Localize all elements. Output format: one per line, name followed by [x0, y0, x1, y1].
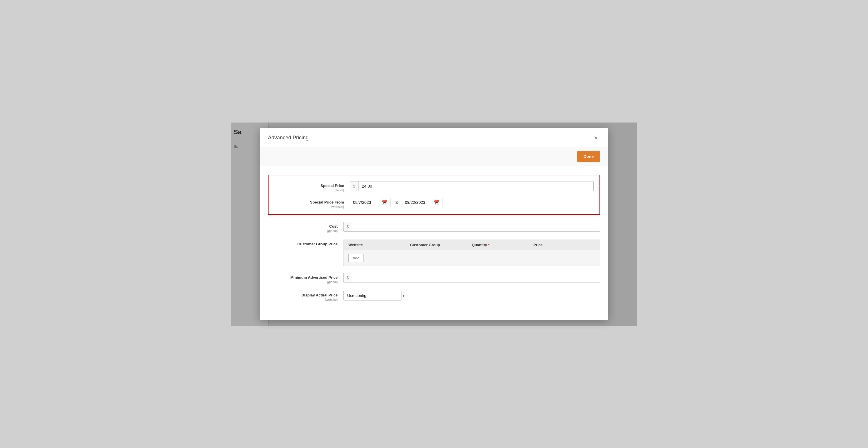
modal-title: Advanced Pricing — [268, 135, 309, 141]
to-date-wrap: 📅 — [402, 198, 442, 207]
special-price-scope: [global] — [274, 188, 344, 192]
cg-table-body: Add — [344, 250, 600, 266]
cost-input[interactable] — [352, 222, 600, 231]
map-scope: [global] — [268, 280, 338, 283]
done-button[interactable]: Done — [577, 151, 600, 162]
customer-group-label: Customer Group Price — [268, 242, 338, 246]
map-row: Minimum Advertised Price [global] $ — [268, 273, 600, 283]
display-actual-price-label-col: Display Actual Price [website] — [268, 291, 343, 301]
date-range-row: 📅 To 📅 — [350, 198, 594, 207]
advanced-pricing-modal: Advanced Pricing × Done Special Price — [260, 128, 608, 320]
special-price-from-field-col: 📅 To 📅 — [350, 198, 594, 207]
customer-group-table: Website Customer Group Quantity * Price … — [343, 240, 600, 266]
modal-header: Advanced Pricing × — [260, 128, 608, 147]
close-button[interactable]: × — [592, 133, 600, 142]
col-price: Price — [534, 243, 595, 247]
display-actual-price-row: Display Actual Price [website] Use confi… — [268, 291, 600, 301]
modal-toolbar: Done — [260, 147, 608, 166]
customer-group-label-col: Customer Group Price — [268, 240, 343, 246]
date-separator: To — [394, 200, 398, 205]
add-customer-group-button[interactable]: Add — [348, 254, 364, 262]
cost-label-col: Cost [global] — [268, 222, 343, 233]
col-quantity: Quantity * — [472, 243, 534, 247]
cost-input-wrap: $ — [343, 222, 600, 232]
cost-field-col: $ — [343, 222, 600, 232]
special-price-field-col: $ — [350, 181, 594, 191]
special-price-input[interactable] — [359, 181, 593, 191]
special-price-currency: $ — [350, 181, 359, 191]
special-price-from-row: Special Price From [website] 📅 To — [274, 198, 594, 208]
modal-body: Special Price [global] $ — [260, 166, 608, 320]
special-price-input-wrap: $ — [350, 181, 594, 191]
special-price-from-label-col: Special Price From [website] — [274, 198, 350, 208]
special-price-row: Special Price [global] $ — [274, 181, 594, 192]
required-star: * — [488, 243, 490, 247]
col-customer-group: Customer Group — [410, 243, 472, 247]
display-actual-price-field-col: Use config On Gesture In Cart Before Ord… — [343, 291, 600, 300]
cost-scope: [global] — [268, 229, 338, 233]
customer-group-field-col: Website Customer Group Quantity * Price … — [343, 240, 600, 266]
cost-currency: $ — [344, 222, 352, 231]
cg-table-header: Website Customer Group Quantity * Price — [344, 240, 600, 250]
special-price-section: Special Price [global] $ — [268, 175, 600, 215]
special-price-label: Special Price — [274, 183, 344, 188]
col-website: Website — [348, 243, 410, 247]
special-price-from-label: Special Price From — [274, 200, 344, 204]
display-actual-price-label: Display Actual Price — [268, 293, 338, 297]
map-field-col: $ — [343, 273, 600, 283]
to-date-input[interactable] — [405, 200, 431, 205]
map-input[interactable] — [352, 273, 600, 282]
special-price-from-scope: [website] — [274, 205, 344, 208]
from-date-wrap: 📅 — [350, 198, 391, 207]
map-currency: $ — [344, 273, 352, 282]
display-actual-price-select-wrap: Use config On Gesture In Cart Before Ord… — [343, 291, 402, 300]
map-label: Minimum Advertised Price — [268, 275, 338, 279]
map-input-wrap: $ — [343, 273, 600, 283]
select-arrow-icon: ▼ — [399, 293, 408, 298]
from-date-input[interactable] — [353, 200, 379, 205]
customer-group-price-row: Customer Group Price Website Customer Gr… — [268, 240, 600, 266]
to-date-calendar-icon[interactable]: 📅 — [433, 200, 439, 205]
special-price-label-col: Special Price [global] — [274, 181, 350, 192]
display-actual-price-select[interactable]: Use config On Gesture In Cart Before Ord… — [344, 291, 399, 300]
modal-overlay: Advanced Pricing × Done Special Price — [231, 122, 637, 326]
from-date-calendar-icon[interactable]: 📅 — [381, 200, 387, 205]
map-label-col: Minimum Advertised Price [global] — [268, 273, 343, 283]
cost-row: Cost [global] $ — [268, 222, 600, 233]
cost-label: Cost — [268, 224, 338, 229]
display-actual-price-scope: [website] — [268, 298, 338, 301]
